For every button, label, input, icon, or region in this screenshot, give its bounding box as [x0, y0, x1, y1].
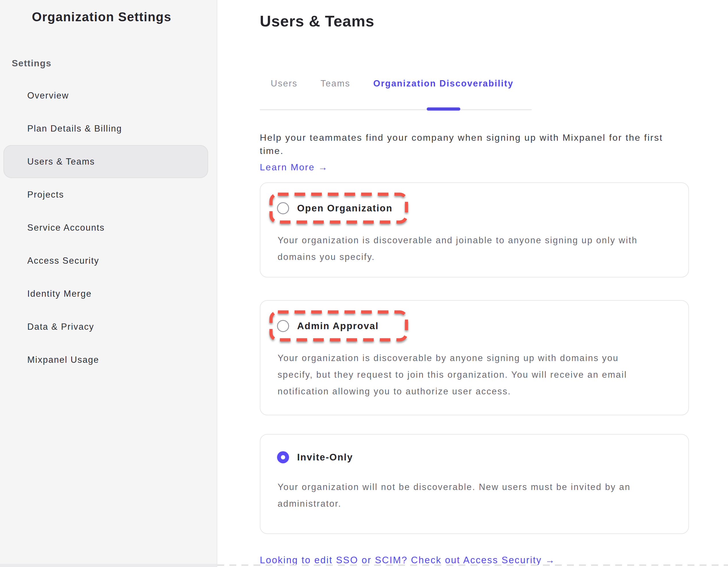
radio-admin-approval[interactable]: [277, 320, 289, 332]
access-security-link[interactable]: Looking to edit SSO or SCIM? Check out A…: [260, 555, 555, 566]
radio-open-organization[interactable]: [277, 202, 289, 214]
option-description: Your organization will not be discoverab…: [278, 479, 672, 512]
option-description: Your organization is discoverable and jo…: [278, 232, 672, 265]
sidebar-item-plan-details-billing[interactable]: Plan Details & Billing: [0, 112, 217, 145]
tab-teams[interactable]: Teams: [320, 78, 350, 89]
arrow-right-icon: →: [545, 555, 555, 565]
active-tab-indicator: [427, 107, 460, 111]
option-label[interactable]: Open Organization: [297, 203, 393, 214]
clipped-bottom-divider: [217, 564, 728, 566]
sidebar-item-service-accounts[interactable]: Service Accounts: [0, 211, 217, 244]
sidebar-item-access-security[interactable]: Access Security: [0, 244, 217, 277]
option-label[interactable]: Admin Approval: [297, 321, 379, 332]
radio-option-invite-only[interactable]: Invite-Only: [270, 451, 353, 463]
sidebar-bottom-strip: [0, 564, 217, 567]
sidebar-item-data-privacy[interactable]: Data & Privacy: [0, 310, 217, 343]
radio-invite-only-selected[interactable]: [277, 451, 289, 463]
arrow-right-icon: →: [318, 162, 328, 172]
intro-text: Help your teammates find your company wh…: [260, 131, 690, 157]
option-card-open-organization: Open Organization Your organization is d…: [260, 182, 689, 277]
tab-bar: Users Teams Organization Discoverability: [260, 78, 532, 110]
sidebar-item-projects[interactable]: Projects: [0, 178, 217, 211]
option-card-admin-approval: Admin Approval Your organization is disc…: [260, 300, 689, 415]
tab-users[interactable]: Users: [271, 78, 297, 89]
sidebar-item-identity-merge[interactable]: Identity Merge: [0, 277, 217, 310]
sidebar-section-label: Settings: [12, 58, 217, 69]
radio-option-open-organization[interactable]: Open Organization: [270, 193, 408, 223]
organization-settings-page: Organization Settings Settings Overview …: [0, 0, 728, 567]
page-title: Users & Teams: [260, 12, 690, 30]
sidebar-title: Organization Settings: [32, 10, 217, 24]
sidebar-item-overview[interactable]: Overview: [0, 79, 217, 112]
learn-more-link[interactable]: Learn More →: [260, 162, 328, 173]
option-label[interactable]: Invite-Only: [297, 452, 353, 463]
radio-option-admin-approval[interactable]: Admin Approval: [270, 311, 408, 341]
users-teams-content: Users & Teams Users Teams Organization D…: [217, 0, 728, 567]
sidebar-item-mixpanel-usage[interactable]: Mixpanel Usage: [0, 343, 217, 376]
sidebar-item-users-teams[interactable]: Users & Teams: [3, 145, 208, 178]
option-card-invite-only: Invite-Only Your organization will not b…: [260, 434, 689, 534]
settings-sidebar: Organization Settings Settings Overview …: [0, 0, 217, 567]
tab-organization-discoverability[interactable]: Organization Discoverability: [373, 78, 514, 89]
tab-label: Organization Discoverability: [373, 78, 514, 88]
sidebar-nav: Overview Plan Details & Billing Users & …: [0, 79, 217, 376]
option-description: Your organization is discoverable by any…: [278, 350, 672, 400]
